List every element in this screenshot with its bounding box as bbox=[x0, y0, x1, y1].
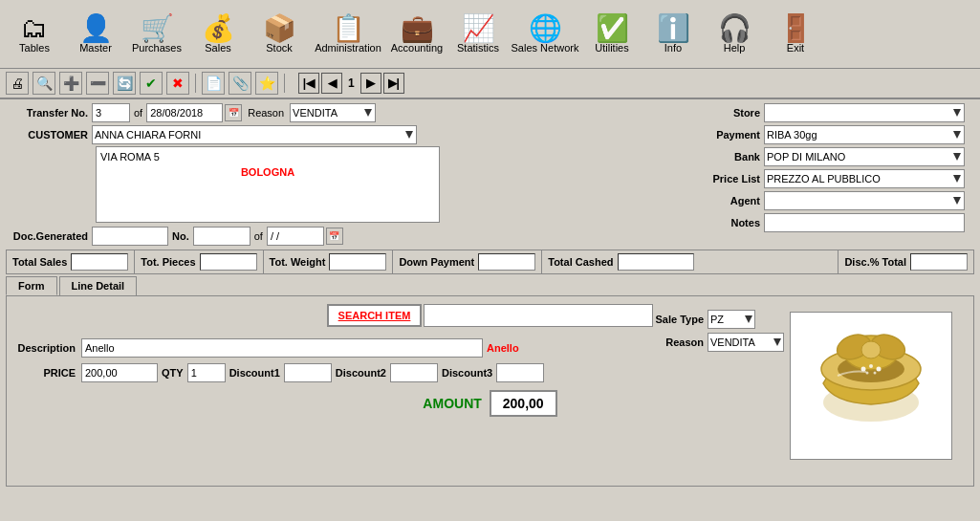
help-label: Help bbox=[724, 42, 746, 54]
down-payment-value bbox=[478, 253, 535, 271]
tot-weight-cell: Tot. Weight bbox=[264, 250, 394, 273]
reason-label: Reason bbox=[248, 107, 284, 119]
total-sales-cell: Total Sales bbox=[7, 250, 135, 273]
svg-point-8 bbox=[869, 364, 873, 368]
qty-input[interactable] bbox=[187, 363, 226, 382]
nav-last[interactable]: ▶| bbox=[383, 73, 404, 94]
toolbar-btn-tables[interactable]: 🗂 Tables bbox=[4, 4, 65, 65]
notes-label: Notes bbox=[697, 217, 764, 228]
total-cashed-cell: Total Cashed bbox=[542, 250, 838, 273]
doc-of-label: of bbox=[254, 230, 263, 242]
bank-select[interactable]: POP DI MILANO bbox=[764, 147, 965, 166]
payment-row: Payment RIBA 30gg bbox=[697, 125, 974, 144]
toolbar-btn-sales-network[interactable]: 🌐 Sales Network bbox=[509, 4, 581, 65]
date-picker-btn[interactable]: 📅 bbox=[225, 104, 242, 121]
store-row: Store bbox=[697, 103, 974, 122]
customer-label: CUSTOMER bbox=[6, 129, 92, 141]
discount2-input[interactable] bbox=[390, 363, 438, 382]
agent-select[interactable] bbox=[764, 191, 965, 210]
zoom-btn[interactable]: 🔍 bbox=[33, 72, 55, 95]
toolbar-btn-purchases[interactable]: 🛒 Purchases bbox=[126, 4, 187, 65]
product-image bbox=[790, 312, 952, 460]
transfer-of-label: of bbox=[134, 107, 142, 119]
discount1-input[interactable] bbox=[284, 363, 332, 382]
description-label: Description bbox=[14, 342, 81, 354]
disc-total-label: Disc.% Total bbox=[844, 256, 906, 268]
store-select[interactable] bbox=[764, 103, 965, 122]
agent-label: Agent bbox=[697, 195, 764, 206]
doc-generated-input[interactable] bbox=[92, 227, 168, 246]
toolbar-btn-sales[interactable]: 💰 Sales bbox=[187, 4, 249, 65]
sale-reason-select[interactable]: VENDITA bbox=[708, 333, 784, 352]
doc-of-input[interactable] bbox=[267, 227, 324, 246]
navigation: |◀ ◀ 1 ▶ ▶| bbox=[298, 73, 404, 94]
search-item-btn[interactable]: SEARCH ITEM bbox=[327, 304, 423, 327]
svg-point-9 bbox=[877, 367, 882, 372]
tot-weight-value bbox=[329, 253, 386, 271]
toolbar-btn-master[interactable]: 👤 Master bbox=[65, 4, 126, 65]
actionbar: 🖨 🔍 ➕ ➖ 🔄 ✔ ✖ 📄 📎 ⭐ |◀ ◀ 1 ▶ ▶| bbox=[0, 69, 980, 99]
doc-no-input[interactable] bbox=[193, 227, 250, 246]
transfer-no-input[interactable] bbox=[92, 103, 130, 122]
add-btn[interactable]: ➕ bbox=[59, 72, 82, 95]
toolbar-btn-stock[interactable]: 📦 Stock bbox=[249, 4, 310, 65]
print-btn[interactable]: 🖨 bbox=[6, 72, 29, 95]
toolbar-btn-administration[interactable]: 📋 Administration bbox=[310, 4, 386, 65]
tab-form[interactable]: Form bbox=[6, 276, 57, 295]
toolbar-btn-statistics[interactable]: 📈 Statistics bbox=[447, 4, 509, 65]
cancel-btn[interactable]: ✖ bbox=[166, 72, 189, 95]
toolbar-btn-accounting[interactable]: 💼 Accounting bbox=[386, 4, 447, 65]
notes-row: Notes bbox=[697, 213, 974, 232]
tot-pieces-value bbox=[200, 253, 257, 271]
toolbar-btn-utilities[interactable]: ✅ Utilities bbox=[581, 4, 642, 65]
remove-btn[interactable]: ➖ bbox=[86, 72, 109, 95]
toolbar-btn-help[interactable]: 🎧 Help bbox=[704, 4, 765, 65]
toolbar-btn-exit[interactable]: 🚪 Exit bbox=[765, 4, 826, 65]
total-cashed-value bbox=[618, 253, 694, 271]
price-list-label: Price List bbox=[697, 173, 764, 185]
description-input[interactable] bbox=[81, 338, 483, 358]
sale-type-label: Sale Type bbox=[650, 314, 708, 325]
doc-date-btn[interactable]: 📅 bbox=[326, 228, 343, 245]
top-form: Transfer No. of 📅 Reason VENDITA CUSTOME… bbox=[6, 103, 974, 246]
search-item-input[interactable] bbox=[424, 304, 653, 327]
nav-first[interactable]: |◀ bbox=[298, 73, 319, 94]
discount1-label: Discount1 bbox=[229, 367, 280, 379]
svg-point-11 bbox=[874, 372, 877, 375]
sales-icon: 💰 bbox=[202, 15, 235, 42]
help-icon: 🎧 bbox=[718, 15, 751, 42]
address-box: VIA ROMA 5 BOLOGNA bbox=[96, 146, 440, 223]
price-input[interactable] bbox=[81, 363, 158, 382]
price-list-select[interactable]: PREZZO AL PUBBLICO bbox=[764, 169, 965, 188]
nav-next[interactable]: ▶ bbox=[360, 73, 381, 94]
sale-type-select[interactable]: PZ bbox=[708, 310, 755, 329]
tab-line-detail[interactable]: Line Detail bbox=[59, 276, 138, 295]
payment-select[interactable]: RIBA 30gg bbox=[764, 125, 965, 144]
purchases-icon: 🛒 bbox=[141, 15, 174, 42]
master-label: Master bbox=[79, 42, 112, 54]
doc-btn[interactable]: 📄 bbox=[202, 72, 225, 95]
tot-weight-label: Tot. Weight bbox=[270, 256, 326, 268]
discount3-input[interactable] bbox=[496, 363, 544, 382]
qty-label: QTY bbox=[162, 367, 184, 379]
attach-btn[interactable]: 📎 bbox=[229, 72, 251, 95]
info-icon: ℹ️ bbox=[657, 15, 690, 42]
star-btn[interactable]: ⭐ bbox=[255, 72, 278, 95]
admin-label: Administration bbox=[315, 42, 381, 54]
ok-btn[interactable]: ✔ bbox=[140, 72, 163, 95]
toolbar-btn-info[interactable]: ℹ️ Info bbox=[642, 4, 704, 65]
reason-select[interactable]: VENDITA bbox=[290, 103, 376, 122]
copy-btn[interactable]: 🔄 bbox=[113, 72, 136, 95]
accounting-icon: 💼 bbox=[401, 15, 434, 42]
bank-label: Bank bbox=[697, 151, 764, 163]
down-payment-cell: Down Payment bbox=[393, 250, 542, 273]
amount-value: 200,00 bbox=[490, 390, 557, 417]
purchases-label: Purchases bbox=[132, 42, 182, 54]
total-sales-label: Total Sales bbox=[12, 256, 67, 268]
nav-prev[interactable]: ◀ bbox=[321, 73, 342, 94]
doc-no-label: No. bbox=[172, 230, 189, 242]
customer-select[interactable]: ANNA CHIARA FORNI bbox=[92, 125, 417, 144]
notes-input[interactable] bbox=[764, 213, 965, 232]
transfer-date-input[interactable] bbox=[146, 103, 223, 122]
page-number: 1 bbox=[348, 76, 355, 90]
